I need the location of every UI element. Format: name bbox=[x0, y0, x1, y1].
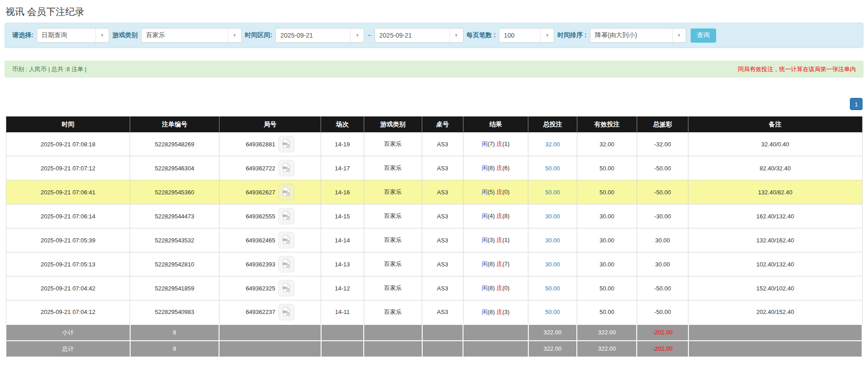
video-replay-button[interactable] bbox=[278, 136, 294, 152]
result-player-score: (8) bbox=[488, 309, 497, 315]
total-bet-link[interactable]: 30.00 bbox=[545, 237, 560, 244]
table-header-row: 时间注单编号局号场次游戏类别桌号结果总投注有效投注总派彩备注 bbox=[6, 117, 862, 132]
cell-table-id: AS3 bbox=[422, 300, 463, 324]
total-bet-link[interactable]: 50.00 bbox=[545, 309, 560, 315]
cell-bet-id: 522829542810 bbox=[130, 252, 219, 276]
footer-empty-cell bbox=[321, 324, 364, 341]
cell-payout: -50.00 bbox=[637, 156, 688, 180]
cell-time: 2025-09-21 07:05:39 bbox=[6, 228, 130, 252]
video-replay-button[interactable] bbox=[278, 160, 294, 176]
game-type-value: 百家乐 bbox=[141, 31, 228, 39]
chevron-down-icon: ▼ bbox=[350, 29, 364, 42]
cell-table-id: AS3 bbox=[422, 132, 463, 156]
cell-bet-id: 522829545360 bbox=[130, 180, 219, 204]
summary-bar: 币别 : 人民币 | 总共 :8 注单 | 同局有效投注，统一计算在该局第一张注… bbox=[5, 61, 863, 77]
video-file-icon bbox=[282, 258, 291, 270]
cell-bet-id: 522829546304 bbox=[130, 156, 219, 180]
round-id-wrap: 649362237 bbox=[246, 304, 294, 320]
footer-payout: -202.00 bbox=[637, 341, 688, 357]
column-header: 游戏类别 bbox=[364, 117, 422, 132]
column-header: 局号 bbox=[219, 117, 321, 132]
result-banker-score: (0) bbox=[502, 285, 510, 291]
cell-total-bet: 50.00 bbox=[528, 180, 577, 204]
result-banker-label: 庄 bbox=[497, 309, 502, 315]
page-button-1[interactable]: 1 bbox=[850, 98, 863, 110]
cell-total-bet: 30.00 bbox=[528, 204, 577, 228]
date-to-select[interactable]: 2025-09-21 ▼ bbox=[375, 28, 463, 43]
result-player-label: 闲 bbox=[482, 212, 488, 219]
cell-game-type: 百家乐 bbox=[364, 228, 422, 252]
chevron-down-icon: ▼ bbox=[228, 29, 241, 42]
table-row: 2025-09-21 07:08:18522829548269649362881… bbox=[6, 132, 862, 156]
result-banker-score: (3) bbox=[502, 309, 510, 315]
total-bet-link[interactable]: 50.00 bbox=[545, 285, 560, 292]
footer-remark bbox=[688, 324, 862, 341]
table-row: 2025-09-21 07:04:42522829541859649362325… bbox=[6, 276, 862, 300]
search-button[interactable]: 查询 bbox=[691, 29, 716, 43]
cell-payout: 30.00 bbox=[637, 228, 688, 252]
result-player-label: 闲 bbox=[482, 188, 488, 195]
total-bet-link[interactable]: 50.00 bbox=[545, 189, 560, 196]
result-banker-label: 庄 bbox=[497, 285, 502, 291]
video-replay-button[interactable] bbox=[278, 304, 294, 320]
cell-payout: -32.00 bbox=[637, 132, 688, 156]
video-replay-button[interactable] bbox=[278, 208, 294, 224]
footer-empty-cell bbox=[422, 341, 463, 357]
footer-empty-cell bbox=[219, 324, 321, 341]
round-id-wrap: 649362555 bbox=[246, 208, 294, 224]
video-replay-button[interactable] bbox=[278, 184, 294, 200]
cell-valid-bet: 30.00 bbox=[577, 204, 637, 228]
sort-select[interactable]: 降幂(由大到小) ▼ bbox=[590, 28, 686, 43]
cell-bet-id: 522829540983 bbox=[130, 300, 219, 324]
footer-empty-cell bbox=[463, 324, 528, 341]
cell-table-id: AS3 bbox=[422, 180, 463, 204]
total-bet-link[interactable]: 32.00 bbox=[545, 141, 560, 148]
total-bet-link[interactable]: 50.00 bbox=[545, 165, 560, 172]
game-type-select[interactable]: 百家乐 ▼ bbox=[141, 28, 242, 43]
cell-table-id: AS3 bbox=[422, 204, 463, 228]
round-id-value: 649362555 bbox=[246, 213, 275, 220]
video-replay-button[interactable] bbox=[278, 232, 294, 248]
video-replay-button[interactable] bbox=[278, 256, 294, 272]
cell-remark: 132.40/162.40 bbox=[688, 228, 862, 252]
table-row: 2025-09-21 07:04:12522829540983649362237… bbox=[6, 300, 862, 324]
column-header: 时间 bbox=[6, 117, 130, 132]
footer-label: 小计 bbox=[6, 324, 130, 341]
footer-valid-bet: 322.00 bbox=[577, 324, 637, 341]
round-id-wrap: 649362627 bbox=[246, 184, 294, 200]
table-body: 2025-09-21 07:08:18522829548269649362881… bbox=[6, 132, 862, 324]
result-banker-score: (1) bbox=[502, 140, 510, 147]
footer-remark bbox=[688, 341, 862, 357]
cell-time: 2025-09-21 07:07:12 bbox=[6, 156, 130, 180]
cell-round-id: 649362237 bbox=[219, 300, 321, 324]
cell-table-id: AS3 bbox=[422, 156, 463, 180]
date-from-select[interactable]: 2025-09-21 ▼ bbox=[275, 28, 364, 43]
round-id-wrap: 649362325 bbox=[246, 280, 294, 296]
round-id-value: 649362627 bbox=[246, 189, 275, 196]
cell-result: 闲(4) 庄(8) bbox=[463, 204, 528, 228]
result-banker-label: 庄 bbox=[497, 237, 502, 243]
result-banker-label: 庄 bbox=[497, 140, 502, 147]
video-file-icon bbox=[282, 162, 291, 174]
footer-valid-bet: 322.00 bbox=[577, 341, 637, 357]
cell-round-id: 649362555 bbox=[219, 204, 321, 228]
round-id-value: 649362237 bbox=[246, 309, 275, 315]
page-size-select[interactable]: 100 ▼ bbox=[499, 28, 554, 43]
column-header: 结果 bbox=[463, 117, 528, 132]
cell-payout: 30.00 bbox=[637, 252, 688, 276]
round-id-wrap: 649362881 bbox=[246, 136, 294, 152]
total-bet-link[interactable]: 30.00 bbox=[545, 213, 560, 220]
cell-time: 2025-09-21 07:06:14 bbox=[6, 204, 130, 228]
table-row: 2025-09-21 07:06:41522829545360649362627… bbox=[6, 180, 862, 204]
total-bet-link[interactable]: 30.00 bbox=[545, 261, 560, 268]
video-file-icon bbox=[282, 306, 291, 318]
cell-remark: 132.40/82.40 bbox=[688, 180, 862, 204]
column-header: 有效投注 bbox=[577, 117, 637, 132]
result-player-label: 闲 bbox=[482, 237, 488, 243]
pagination: 1 bbox=[5, 98, 863, 110]
column-header: 总投注 bbox=[528, 117, 577, 132]
query-type-value: 日期查询 bbox=[37, 31, 95, 39]
video-replay-button[interactable] bbox=[278, 280, 294, 296]
sort-label: 时间排序 : bbox=[557, 31, 587, 39]
query-type-select[interactable]: 日期查询 ▼ bbox=[37, 28, 109, 43]
